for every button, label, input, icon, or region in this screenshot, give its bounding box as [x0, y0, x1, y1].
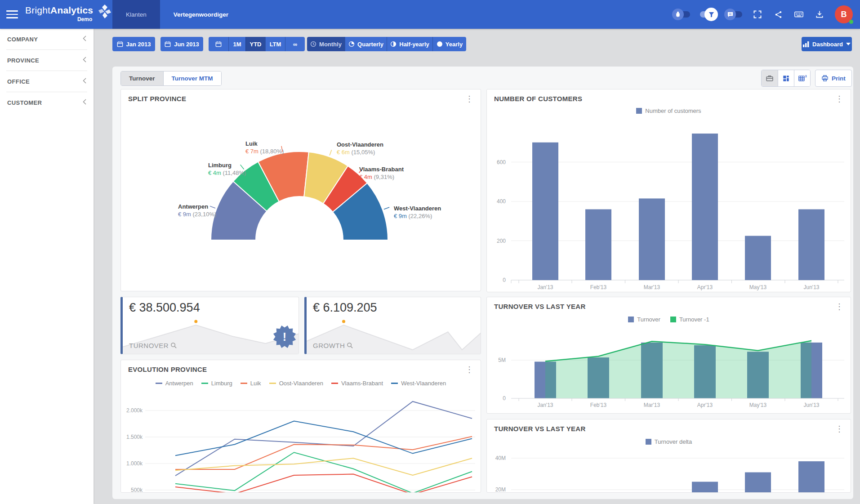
- donut-label-name: Limburg: [208, 161, 246, 169]
- bar-May'13[interactable]: [745, 473, 771, 493]
- donut-label-name: Vlaams-Brabant: [359, 165, 404, 173]
- svg-text:1.000k: 1.000k: [126, 460, 143, 467]
- turnover-delta-chart[interactable]: 40M20M: [487, 419, 851, 493]
- period-option-quarterly[interactable]: Quarterly: [345, 37, 387, 51]
- sidebar-item-office[interactable]: OFFICE: [0, 71, 94, 92]
- panel-split-province: SPLIT PROVINCE ⋮ Antwerpen€ 9m (23,10%)L…: [120, 89, 481, 291]
- sidebar-item-company[interactable]: COMPANY: [0, 29, 94, 49]
- svg-text:2.000k: 2.000k: [126, 407, 143, 414]
- download-icon[interactable]: [814, 9, 825, 20]
- date-to-button[interactable]: Jun 2013: [160, 37, 203, 51]
- dashboard-select[interactable]: Dashboard: [802, 37, 852, 51]
- period-option-monthly[interactable]: Monthly: [307, 37, 345, 51]
- dashboard-container: TurnoverTurnover MTM 3 Print SPLIT PROVI…: [112, 67, 853, 499]
- compact-view-button[interactable]: [762, 70, 778, 86]
- bug-toggle[interactable]: [674, 11, 690, 18]
- donut-label-name: Oost-Vlaanderen: [337, 141, 383, 148]
- svg-text:Apr'13: Apr'13: [697, 284, 713, 290]
- period-option-half-yearly[interactable]: Half-yearly: [387, 37, 432, 51]
- comment-toggle[interactable]: [726, 11, 742, 18]
- blocks-view-button[interactable]: [778, 70, 794, 86]
- svg-text:500k: 500k: [131, 487, 143, 493]
- top-bar: BrightAnalytics Demo KlantenVertegenwoor…: [0, 0, 860, 29]
- svg-text:20M: 20M: [495, 486, 506, 493]
- donut-value: € 6m: [337, 149, 352, 156]
- sidebar-item-label: OFFICE: [7, 78, 30, 85]
- number-of-customers-chart[interactable]: 0200400600Jan'13Feb'13Mar'13Apr'13May'13…: [487, 89, 851, 292]
- fullscreen-icon[interactable]: [752, 9, 763, 20]
- header-icons: B: [674, 0, 853, 29]
- tab-turnover-mtm[interactable]: Turnover MTM: [163, 71, 221, 85]
- menu-icon[interactable]: [6, 10, 18, 18]
- avatar[interactable]: B: [835, 5, 853, 23]
- period-segment-group: MonthlyQuarterlyHalf-yearlyYearly: [307, 37, 466, 51]
- svg-text:3: 3: [805, 75, 807, 78]
- svg-text:400: 400: [497, 198, 506, 205]
- sidebar-item-province[interactable]: PROVINCE: [0, 50, 94, 71]
- line-antwerpen[interactable]: [175, 401, 472, 476]
- bar-Apr'13[interactable]: [692, 482, 718, 493]
- donut-value: € 9m: [178, 211, 193, 218]
- evolution-province-chart[interactable]: 2.000k1.500k1.000k500k: [121, 360, 481, 493]
- date-from-button[interactable]: Jan 2013: [112, 37, 155, 51]
- svg-text:Jan'13: Jan'13: [538, 402, 553, 408]
- svg-text:Feb'13: Feb'13: [590, 402, 607, 408]
- tab-turnover[interactable]: Turnover: [121, 71, 163, 85]
- kpi-growth-card[interactable]: € 6.109.205 GROWTH: [304, 297, 481, 354]
- range-calendar-button[interactable]: [209, 37, 228, 51]
- split-province-chart[interactable]: [121, 89, 481, 291]
- panel-number-of-customers: NUMBER OF CUSTOMERS ⋮ Number of customer…: [486, 89, 851, 292]
- magnifier-icon: [347, 342, 353, 349]
- svg-text:5M: 5M: [498, 357, 506, 363]
- svg-text:0: 0: [503, 395, 506, 401]
- bar-Jun'13[interactable]: [798, 461, 824, 493]
- header-tab-klanten[interactable]: Klanten: [112, 0, 160, 29]
- brand-logo: BrightAnalytics Demo: [25, 5, 93, 22]
- line-limburg[interactable]: [175, 452, 472, 493]
- range-option-∞[interactable]: ∞: [285, 37, 305, 51]
- donut-value: € 4m: [208, 169, 223, 176]
- donut-label-name: Luik: [245, 140, 284, 147]
- range-option-1m[interactable]: 1M: [228, 37, 245, 51]
- printer-icon: [821, 75, 829, 82]
- online-status-dot: [849, 20, 853, 24]
- line-oost-vlaanderen[interactable]: [175, 458, 472, 475]
- svg-text:Apr'13: Apr'13: [697, 402, 713, 408]
- filter-toggle[interactable]: [700, 11, 716, 18]
- print-button[interactable]: Print: [815, 70, 852, 87]
- turnover-vs-last-year-chart[interactable]: 05MJan'13Feb'13Mar'13Apr'13May'13Jun'13: [487, 297, 851, 414]
- donut-label-antwerpen: Antwerpen€ 9m (23,10%): [178, 203, 216, 218]
- bar-Feb'13[interactable]: [585, 210, 611, 281]
- sidebar-item-customer[interactable]: CUSTOMER: [0, 92, 94, 113]
- keyboard-icon[interactable]: [793, 9, 804, 20]
- alert-badge-icon[interactable]: !: [272, 325, 297, 349]
- svg-text:1.500k: 1.500k: [126, 434, 143, 440]
- share-icon[interactable]: [773, 9, 784, 20]
- bar-May'13[interactable]: [745, 236, 771, 280]
- donut-pct: (18,80%): [260, 148, 284, 155]
- sidebar: COMPANYPROVINCEOFFICECUSTOMER: [0, 29, 94, 504]
- svg-text:200: 200: [497, 238, 506, 244]
- bar-Jun'13[interactable]: [798, 210, 824, 281]
- svg-text:Feb'13: Feb'13: [590, 284, 607, 290]
- kpi-drill-label[interactable]: TURNOVER: [129, 342, 177, 349]
- content-tabs: TurnoverTurnover MTM: [120, 71, 222, 86]
- line-west-vlaanderen[interactable]: [175, 421, 472, 456]
- donut-value: € 9m: [394, 213, 409, 219]
- donut-label-value: € 4m (9,31%): [359, 173, 404, 181]
- line-luik[interactable]: [175, 437, 472, 469]
- header-tab-vertegenwoordiger[interactable]: Vertegenwoordiger: [160, 0, 242, 29]
- range-option-ltm[interactable]: LTM: [265, 37, 285, 51]
- bar-Apr'13[interactable]: [692, 134, 718, 280]
- donut-value: € 7m: [245, 148, 260, 155]
- range-option-ytd[interactable]: YTD: [245, 37, 265, 51]
- bar-Mar'13[interactable]: [639, 198, 665, 280]
- donut-label-value: € 6m (15,05%): [337, 148, 383, 156]
- bar-Jan'13[interactable]: [532, 143, 558, 280]
- table-view-button[interactable]: 3: [794, 70, 810, 86]
- kpi-drill-label[interactable]: GROWTH: [313, 342, 353, 349]
- donut-pct: (22,26%): [409, 213, 432, 219]
- range-segment-group: 1MYTDLTM∞: [209, 37, 305, 51]
- period-option-yearly[interactable]: Yearly: [432, 37, 466, 51]
- kpi-turnover-card[interactable]: € 38.500.954 ! TURNOVER: [120, 297, 299, 354]
